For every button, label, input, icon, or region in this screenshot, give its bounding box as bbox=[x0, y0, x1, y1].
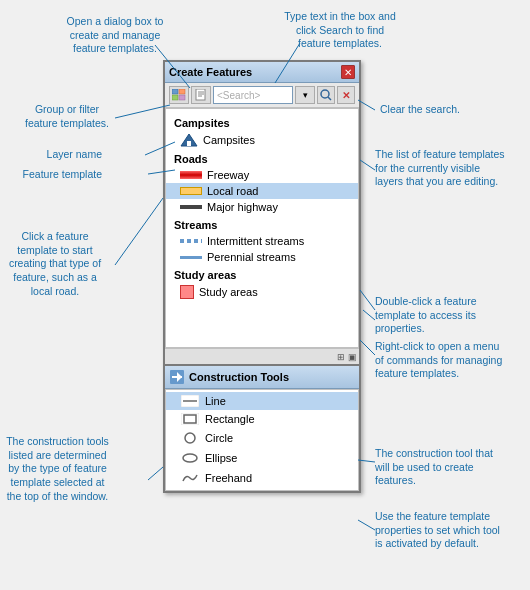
layer-campsites: Campsites bbox=[166, 113, 358, 131]
create-features-panel: Create Features ✕ <Search> ▾ bbox=[163, 60, 361, 493]
svg-line-9 bbox=[328, 97, 331, 100]
construction-section: Construction Tools Line bbox=[165, 364, 359, 491]
svg-line-32 bbox=[358, 520, 375, 530]
intermittent-icon bbox=[180, 239, 202, 243]
annotation-group-filter: Group or filter feature templates. bbox=[22, 103, 112, 130]
construction-section-icon bbox=[169, 369, 185, 385]
annotation-feature-properties: Use the feature template properties to s… bbox=[375, 510, 505, 551]
feature-intermittent[interactable]: Intermittent streams bbox=[166, 233, 358, 249]
toolbar-row: <Search> ▾ ✕ bbox=[165, 83, 359, 108]
campsite-icon bbox=[180, 133, 198, 147]
freehand-icon bbox=[180, 471, 200, 485]
svg-line-28 bbox=[360, 290, 375, 310]
panel-title: Create Features bbox=[169, 66, 252, 78]
svg-line-27 bbox=[360, 160, 375, 170]
search-placeholder: <Search> bbox=[217, 90, 260, 101]
panel-titlebar: Create Features ✕ bbox=[165, 62, 359, 83]
svg-line-25 bbox=[115, 198, 163, 265]
svg-point-19 bbox=[185, 433, 195, 443]
feature-list[interactable]: Campsites Campsites Roads Freeway Local … bbox=[165, 108, 359, 348]
layer-streams: Streams bbox=[166, 215, 358, 233]
local-road-icon bbox=[180, 187, 202, 195]
major-highway-label: Major highway bbox=[207, 201, 278, 213]
organize-button[interactable] bbox=[169, 86, 189, 104]
annotation-feature-template: Feature template bbox=[12, 168, 102, 182]
study-area-icon bbox=[180, 285, 194, 299]
svg-line-29 bbox=[360, 340, 375, 355]
annotation-double-click: Double-click a feature template to acces… bbox=[375, 295, 505, 336]
tool-ellipse-label: Ellipse bbox=[205, 452, 237, 464]
construction-titlebar: Construction Tools bbox=[165, 366, 359, 389]
freeway-label: Freeway bbox=[207, 169, 249, 181]
grid-icon: ⊞ ▣ bbox=[337, 352, 357, 362]
svg-rect-3 bbox=[179, 95, 185, 100]
perennial-icon bbox=[180, 256, 202, 259]
list-bottom-bar: ⊞ ▣ bbox=[165, 348, 359, 364]
annotation-click-feature: Click a feature template to start creati… bbox=[5, 230, 105, 298]
svg-point-20 bbox=[183, 454, 197, 462]
feature-local-road[interactable]: Local road bbox=[166, 183, 358, 199]
annotation-clear-search: Clear the search. bbox=[380, 103, 480, 117]
svg-line-30 bbox=[148, 467, 163, 480]
study-area-label: Study areas bbox=[199, 286, 258, 298]
tool-ellipse[interactable]: Ellipse bbox=[166, 448, 358, 468]
svg-rect-2 bbox=[172, 95, 178, 100]
major-highway-icon bbox=[180, 205, 202, 209]
svg-rect-11 bbox=[187, 141, 191, 146]
tool-rectangle[interactable]: Rectangle bbox=[166, 410, 358, 428]
tool-line-label: Line bbox=[205, 395, 226, 407]
tool-circle[interactable]: Circle bbox=[166, 428, 358, 448]
layer-roads: Roads bbox=[166, 149, 358, 167]
feature-freeway[interactable]: Freeway bbox=[166, 167, 358, 183]
annotation-right-click: Right-click to open a menu of commands f… bbox=[375, 340, 505, 381]
svg-rect-0 bbox=[172, 89, 178, 94]
tool-rectangle-label: Rectangle bbox=[205, 413, 255, 425]
search-dropdown-btn[interactable]: ▾ bbox=[295, 86, 315, 104]
clear-search-button[interactable]: ✕ bbox=[337, 86, 355, 104]
annotation-feature-list: The list of feature templates for the cu… bbox=[375, 148, 505, 189]
svg-rect-1 bbox=[179, 89, 185, 94]
freeway-icon bbox=[180, 171, 202, 179]
annotation-open-dialog: Open a dialog box to create and manage f… bbox=[60, 15, 170, 56]
feature-study-areas[interactable]: Study areas bbox=[166, 283, 358, 301]
local-road-label: Local road bbox=[207, 185, 258, 197]
page-button[interactable] bbox=[191, 86, 211, 104]
annotation-construction-tool: The construction tool that will be used … bbox=[375, 447, 505, 488]
annotation-construction-tools: The construction tools listed are determ… bbox=[5, 435, 110, 503]
campsite-label: Campsites bbox=[203, 134, 255, 146]
intermittent-label: Intermittent streams bbox=[207, 235, 304, 247]
annotation-layer-name: Layer name bbox=[22, 148, 102, 162]
search-button[interactable] bbox=[317, 86, 335, 104]
tool-freehand[interactable]: Freehand bbox=[166, 468, 358, 488]
construction-list: Line Rectangle Circle bbox=[165, 389, 359, 491]
perennial-label: Perennial streams bbox=[207, 251, 296, 263]
search-box[interactable]: <Search> bbox=[213, 86, 293, 104]
rectangle-icon bbox=[180, 413, 200, 425]
svg-line-22 bbox=[115, 105, 170, 118]
circle-icon bbox=[180, 431, 200, 445]
tool-circle-label: Circle bbox=[205, 432, 233, 444]
feature-campsites[interactable]: Campsites bbox=[166, 131, 358, 149]
tool-line[interactable]: Line bbox=[166, 392, 358, 410]
layer-study-areas: Study areas bbox=[166, 265, 358, 283]
tool-freehand-label: Freehand bbox=[205, 472, 252, 484]
annotation-type-text: Type text in the box and click Search to… bbox=[280, 10, 400, 51]
svg-point-8 bbox=[321, 90, 329, 98]
line-icon bbox=[180, 395, 200, 407]
panel-close-button[interactable]: ✕ bbox=[341, 65, 355, 79]
feature-perennial[interactable]: Perennial streams bbox=[166, 249, 358, 265]
construction-title: Construction Tools bbox=[189, 371, 289, 383]
feature-major-highway[interactable]: Major highway bbox=[166, 199, 358, 215]
svg-line-34 bbox=[363, 310, 375, 320]
ellipse-icon bbox=[180, 451, 200, 465]
